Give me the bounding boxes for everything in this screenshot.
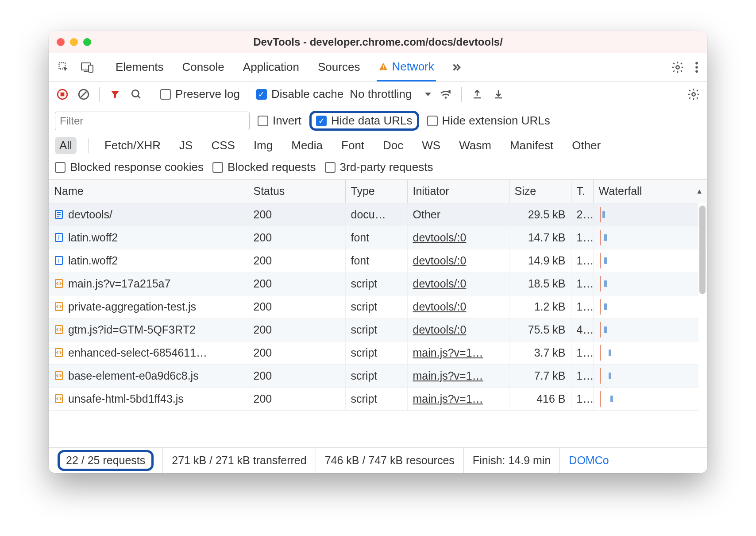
svg-rect-4 <box>383 65 384 68</box>
inspect-element-icon[interactable] <box>53 58 74 76</box>
initiator-cell[interactable]: devtools/:0 <box>407 295 509 318</box>
waterfall-cell <box>593 387 707 410</box>
invert-checkbox[interactable]: Invert <box>258 114 301 128</box>
table-row[interactable]: gtm.js?id=GTM-5QF3RT2200scriptdevtools/:… <box>49 318 707 341</box>
type-filter-wasm[interactable]: Wasm <box>455 137 496 154</box>
svg-text:T: T <box>57 235 61 241</box>
type-cell: script <box>345 295 407 318</box>
blocked-response-cookies-checkbox[interactable]: Blocked response cookies <box>55 160 204 174</box>
column-header-initiator[interactable]: Initiator <box>407 180 509 203</box>
column-header-t-[interactable]: T. <box>571 180 593 203</box>
divider <box>152 87 152 102</box>
hide-data-urls-label: Hide data URLs <box>331 114 413 128</box>
import-har-icon[interactable] <box>491 87 506 102</box>
search-icon[interactable] <box>129 87 144 102</box>
table-row[interactable]: Tlatin.woff2200fontdevtools/:014.9 kB1.. <box>49 249 707 272</box>
throttling-select[interactable]: No throttling <box>350 87 432 101</box>
domcontent-link[interactable]: DOMCo <box>560 448 617 473</box>
type-filter-doc[interactable]: Doc <box>378 137 408 154</box>
svg-rect-11 <box>61 92 65 96</box>
tab-sources[interactable]: Sources <box>316 54 362 80</box>
initiator-cell[interactable]: devtools/:0 <box>407 318 509 341</box>
close-window-button[interactable] <box>57 38 65 46</box>
third-party-requests-checkbox[interactable]: 3rd-party requests <box>325 160 433 174</box>
svg-point-8 <box>695 66 698 69</box>
time-cell: 1.. <box>571 226 593 249</box>
file-type-icon <box>54 210 64 219</box>
panel-tabstrip: ElementsConsoleApplicationSourcesNetwork <box>49 53 707 82</box>
time-cell: 1.. <box>571 341 593 364</box>
filter-icon[interactable] <box>108 87 123 102</box>
table-row[interactable]: unsafe-html-5bd1ff43.js200scriptmain.js?… <box>49 387 707 410</box>
scrollbar[interactable] <box>698 203 706 411</box>
filter-input[interactable] <box>55 112 250 130</box>
table-row[interactable]: Tlatin.woff2200fontdevtools/:014.7 kB1.. <box>49 226 707 249</box>
waterfall-cell <box>593 318 707 341</box>
type-filter-manifest[interactable]: Manifest <box>505 137 558 154</box>
type-filter-js[interactable]: JS <box>175 137 197 154</box>
initiator-cell[interactable]: main.js?v=1… <box>407 387 509 410</box>
type-filter-ws[interactable]: WS <box>417 137 445 154</box>
type-filter-media[interactable]: Media <box>287 137 327 154</box>
kebab-menu-icon[interactable] <box>690 58 703 76</box>
request-name: latin.woff2 <box>68 254 118 267</box>
type-filter-img[interactable]: Img <box>249 137 277 154</box>
table-row[interactable]: enhanced-select-6854611…200scriptmain.js… <box>49 341 707 364</box>
network-settings-icon[interactable] <box>686 87 701 102</box>
settings-icon[interactable] <box>667 58 689 77</box>
hide-data-urls-checkbox[interactable]: Hide data URLs <box>316 114 413 128</box>
column-header-size[interactable]: Size <box>509 180 571 203</box>
tab-network[interactable]: Network <box>377 54 436 82</box>
initiator-cell: Other <box>407 203 509 226</box>
table-row[interactable]: main.js?v=17a215a7200scriptdevtools/:018… <box>49 272 707 295</box>
request-name: enhanced-select-6854611… <box>68 346 207 359</box>
hide-extension-urls-checkbox[interactable]: Hide extension URLs <box>427 114 550 128</box>
device-toolbar-icon[interactable] <box>76 59 98 76</box>
size-cell: 3.7 kB <box>509 341 571 364</box>
tab-elements[interactable]: Elements <box>114 54 165 80</box>
type-cell: font <box>345 249 407 272</box>
preserve-log-checkbox[interactable]: Preserve log <box>160 87 240 101</box>
svg-text:T: T <box>57 258 61 264</box>
disable-cache-checkbox[interactable]: Disable cache <box>256 87 343 101</box>
blocked-requests-checkbox[interactable]: Blocked requests <box>212 160 316 174</box>
type-filter-font[interactable]: Font <box>337 137 369 154</box>
record-button[interactable] <box>55 87 70 102</box>
initiator-cell[interactable]: main.js?v=1… <box>407 341 509 364</box>
transferred-size: 271 kB / 271 kB transferred <box>163 448 316 473</box>
column-header-type[interactable]: Type <box>345 180 407 203</box>
initiator-cell[interactable]: devtools/:0 <box>407 272 509 295</box>
request-name: devtools/ <box>68 208 112 221</box>
initiator-cell[interactable]: main.js?v=1… <box>407 364 509 387</box>
status-cell: 200 <box>248 226 345 249</box>
type-filter-other[interactable]: Other <box>567 137 605 154</box>
status-cell: 200 <box>248 364 345 387</box>
tab-console[interactable]: Console <box>180 54 226 80</box>
request-name: latin.woff2 <box>68 231 118 244</box>
more-tabs-icon[interactable] <box>446 59 466 76</box>
zoom-window-button[interactable] <box>83 38 91 46</box>
scroll-thumb[interactable] <box>699 206 706 294</box>
type-cell: font <box>345 226 407 249</box>
tab-application[interactable]: Application <box>241 54 301 80</box>
column-header-name[interactable]: Name <box>49 180 248 203</box>
status-cell: 200 <box>248 318 345 341</box>
table-row[interactable]: private-aggregation-test.js200scriptdevt… <box>49 295 707 318</box>
type-filter-css[interactable]: CSS <box>207 137 239 154</box>
svg-point-7 <box>695 62 698 64</box>
network-conditions-icon[interactable] <box>438 87 453 102</box>
waterfall-cell <box>593 249 707 272</box>
table-header-row: NameStatusTypeInitiatorSizeT.Waterfall▲ <box>49 180 707 203</box>
minimize-window-button[interactable] <box>70 38 78 46</box>
initiator-cell[interactable]: devtools/:0 <box>407 249 509 272</box>
type-filter-all[interactable]: All <box>55 137 77 154</box>
type-filter-fetch-xhr[interactable]: Fetch/XHR <box>100 137 165 154</box>
column-header-status[interactable]: Status <box>248 180 345 203</box>
export-har-icon[interactable] <box>470 87 485 102</box>
clear-button[interactable] <box>76 87 91 102</box>
table-row[interactable]: base-element-e0a9d6c8.js200scriptmain.js… <box>49 364 707 387</box>
column-header-waterfall[interactable]: Waterfall▲ <box>593 180 707 203</box>
table-row[interactable]: devtools/200docu…Other29.5 kB2.. <box>49 203 707 226</box>
initiator-cell[interactable]: devtools/:0 <box>407 226 509 249</box>
size-cell: 75.5 kB <box>509 318 571 341</box>
